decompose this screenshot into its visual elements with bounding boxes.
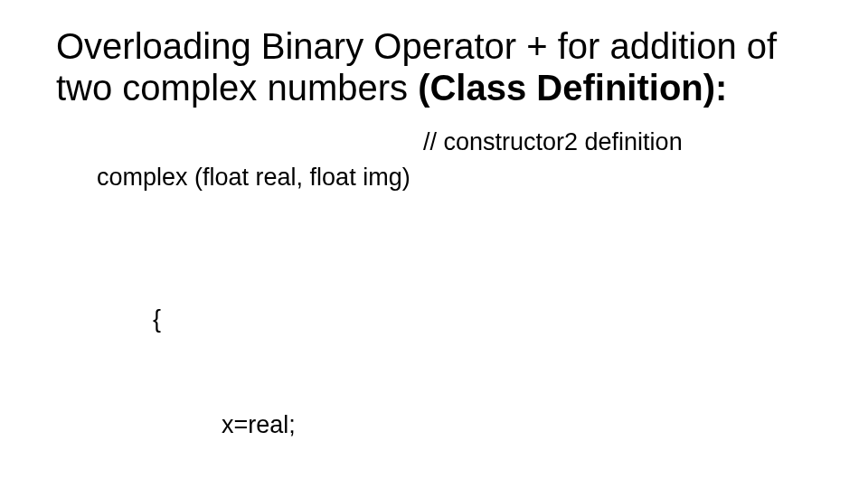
code-line: { (56, 267, 812, 372)
code-line: complex (float real, float img) // const… (56, 125, 812, 267)
code-text: { (153, 305, 161, 333)
code-text: x=real; (222, 411, 296, 438)
slide-title: Overloading Binary Operator + for additi… (56, 25, 812, 108)
code-block: complex (float real, float img) // const… (56, 125, 812, 488)
code-comment: // constructor2 definition (423, 125, 683, 160)
slide: Overloading Binary Operator + for additi… (0, 0, 868, 488)
code-line: x=real; (56, 372, 812, 478)
code-text: complex (float real, float img) (97, 164, 410, 191)
title-emphasis: (Class Definition): (418, 68, 727, 108)
code-line: y= img; (56, 478, 812, 488)
